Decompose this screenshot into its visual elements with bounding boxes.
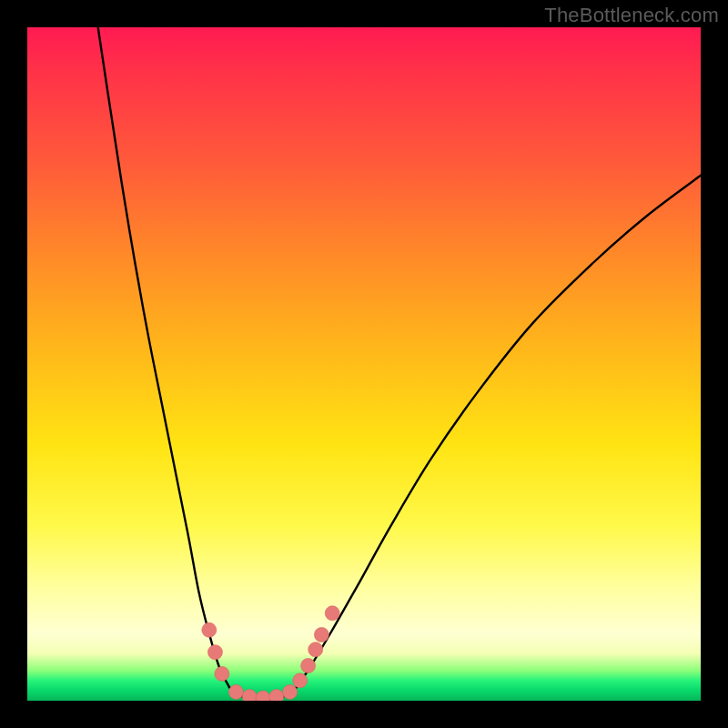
plot-area: [27, 27, 701, 701]
highlight-dot: [202, 622, 217, 637]
curve-layer: [27, 27, 701, 701]
curve-right-branch: [297, 176, 701, 687]
highlight-dot: [228, 684, 243, 699]
highlight-dot: [314, 627, 329, 642]
watermark-text: TheBottleneck.com: [544, 4, 719, 27]
highlight-dot: [301, 659, 316, 673]
highlight-dots-group: [202, 606, 339, 701]
curve-left-branch: [98, 27, 229, 687]
highlight-dot: [283, 684, 298, 699]
highlight-dot: [293, 673, 308, 688]
highlight-dot: [256, 691, 270, 701]
highlight-dot: [242, 690, 257, 701]
highlight-dot: [269, 690, 284, 701]
highlight-dot: [215, 666, 229, 681]
highlight-dot: [207, 645, 222, 660]
highlight-dot: [308, 642, 323, 657]
chart-frame: TheBottleneck.com: [0, 0, 728, 728]
highlight-dot: [325, 606, 339, 621]
